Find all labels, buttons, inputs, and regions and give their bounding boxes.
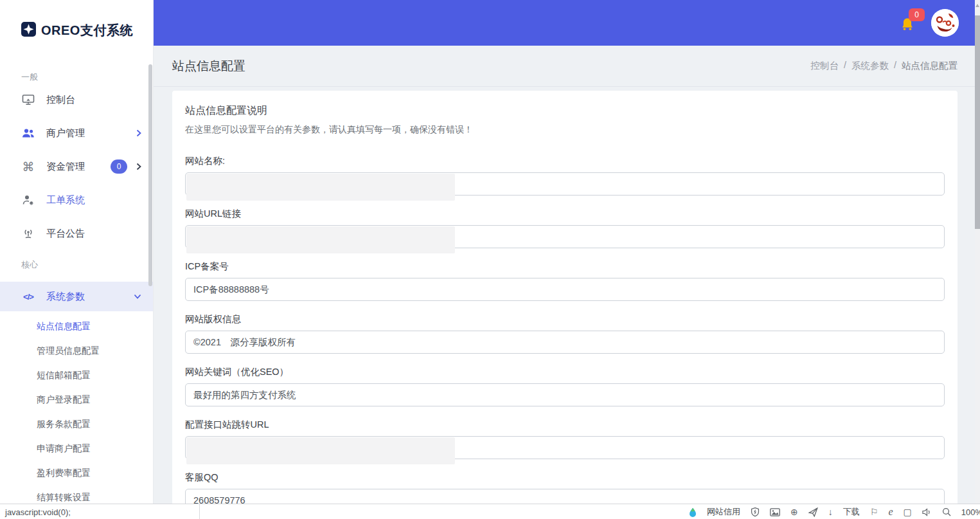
icp-number-input[interactable] [185, 278, 945, 301]
download-arrow-icon[interactable]: ↓ [828, 507, 833, 516]
browser-status-bar: javascript:void(0); 网站信用 ⊕ ↓ 下载 ⚐ e ▢ 10… [0, 504, 980, 519]
app-title: OREO支付系统 [41, 22, 133, 39]
copyright-input[interactable] [185, 331, 945, 354]
field-site-url: 网站URL链接 [185, 207, 945, 248]
field-keywords: 网站关键词（优化SEO） [185, 365, 945, 406]
sidebar-item-label: 商户管理 [46, 127, 85, 140]
flag-icon[interactable]: ⚐ [870, 507, 878, 516]
sidebar: OREO支付系统 一般 控制台 商户管理 ⌘ 资金管理 0 工单系统 [0, 0, 153, 504]
field-site-name: 网站名称: [185, 154, 945, 196]
sidebar-scrollbar-thumb[interactable] [148, 64, 152, 286]
funds-count-badge: 0 [111, 159, 127, 174]
logo-sparkle-icon [21, 22, 36, 39]
submenu-item-admin-info[interactable]: 管理员信息配置 [0, 339, 153, 363]
browser-toolbar: 网站信用 ⊕ ↓ 下载 ⚐ e ▢ 100% [689, 504, 980, 519]
page-title: 站点信息配置 [172, 58, 245, 75]
chevron-down-icon [134, 294, 141, 299]
field-label: 客服QQ [185, 471, 945, 484]
sidebar-item-merchants[interactable]: 商户管理 [0, 116, 153, 150]
submenu-item-sms-email[interactable]: 短信邮箱配置 [0, 363, 153, 388]
sidebar-item-label: 平台公告 [46, 228, 85, 240]
submenu-item-profit-rate[interactable]: 盈利费率配置 [0, 461, 153, 486]
submenu-item-merchant-login[interactable]: 商户登录配置 [0, 388, 153, 412]
field-label: 网站名称: [185, 154, 945, 167]
seo-keywords-input[interactable] [185, 383, 945, 406]
speaker-icon[interactable] [922, 508, 932, 516]
chevron-right-icon [136, 163, 141, 170]
api-redirect-url-input[interactable] [185, 436, 945, 459]
field-label: ICP备案号 [185, 260, 945, 273]
field-api-redirect-url: 配置接口站跳转URL [185, 418, 945, 459]
sidebar-section-core: 核心 [21, 259, 153, 271]
broadcast-icon [21, 228, 35, 239]
sidebar-item-label: 系统参数 [46, 291, 85, 303]
submenu-item-merchant-apply[interactable]: 申请商户配置 [0, 437, 153, 461]
sidebar-item-label: 资金管理 [46, 161, 85, 173]
submenu-item-terms[interactable]: 服务条款配置 [0, 412, 153, 437]
app-logo[interactable]: OREO支付系统 [0, 0, 153, 39]
users-icon [21, 128, 35, 138]
system-params-submenu: 站点信息配置 管理员信息配置 短信邮箱配置 商户登录配置 服务条款配置 申请商户… [0, 311, 153, 510]
sidebar-item-announcements[interactable]: 平台公告 [0, 217, 153, 250]
sidebar-item-label: 控制台 [46, 94, 75, 106]
field-icp: ICP备案号 [185, 260, 945, 301]
water-drop-icon[interactable] [689, 507, 697, 517]
page-scrollbar[interactable] [975, 0, 980, 504]
page-scrollbar-thumb[interactable] [975, 15, 980, 229]
window-layout-icon[interactable]: ▢ [904, 507, 912, 516]
sidebar-item-funds[interactable]: ⌘ 资金管理 0 [0, 150, 153, 183]
main-content: 站点信息配置 控制台 / 系统参数 / 站点信息配置 站点信息配置说明 在这里您… [153, 46, 975, 504]
field-label: 网站版权信息 [185, 313, 945, 325]
scrollbar-up-arrow[interactable] [976, 4, 979, 7]
search-icon[interactable] [942, 507, 951, 516]
link-preview: javascript:void(0); [0, 504, 200, 519]
download-label[interactable]: 下载 [843, 506, 860, 518]
breadcrumb: 控制台 / 系统参数 / 站点信息配置 [810, 60, 958, 72]
breadcrumb-item-dashboard[interactable]: 控制台 [810, 60, 839, 72]
card-heading: 站点信息配置说明 [185, 105, 945, 116]
rocket-icon[interactable] [808, 507, 818, 517]
breadcrumb-separator: / [844, 60, 846, 72]
card-description: 在这里您可以设置平台的有关参数，请认真填写每一项，确保没有错误！ [185, 124, 945, 135]
field-label: 配置接口站跳转URL [185, 418, 945, 431]
service-qq-input[interactable] [185, 489, 945, 504]
speed-gauge-icon[interactable]: ⊕ [790, 507, 798, 516]
shield-icon[interactable] [751, 507, 760, 517]
user-avatar[interactable] [931, 9, 959, 37]
field-copyright: 网站版权信息 [185, 313, 945, 354]
breadcrumb-item-site-info: 站点信息配置 [902, 60, 958, 72]
sidebar-section-general: 一般 [21, 71, 153, 83]
site-name-input[interactable] [185, 172, 945, 196]
breadcrumb-separator: / [894, 60, 896, 72]
sidebar-item-label: 工单系统 [46, 194, 85, 206]
field-service-qq: 客服QQ [185, 471, 945, 504]
ie-mode-icon[interactable]: e [888, 506, 893, 518]
code-icon: </> [21, 292, 35, 302]
monitor-icon [21, 94, 35, 105]
command-icon: ⌘ [21, 161, 35, 173]
site-url-input[interactable] [185, 225, 945, 248]
site-credit-label[interactable]: 网站信用 [707, 506, 740, 518]
zoom-level[interactable]: 100% [961, 507, 980, 517]
field-label: 网站关键词（优化SEO） [185, 365, 945, 378]
submenu-item-site-info[interactable]: 站点信息配置 [0, 314, 153, 339]
site-config-card: 站点信息配置说明 在这里您可以设置平台的有关参数，请认真填写每一项，确保没有错误… [172, 91, 958, 504]
picture-icon[interactable] [770, 508, 780, 516]
notification-count-badge: 0 [909, 8, 925, 21]
page-header: 站点信息配置 控制台 / 系统参数 / 站点信息配置 [153, 46, 975, 87]
user-gear-icon [21, 194, 35, 206]
sidebar-item-dashboard[interactable]: 控制台 [0, 83, 153, 116]
breadcrumb-item-system-params[interactable]: 系统参数 [851, 60, 889, 72]
top-navbar: 0 [153, 0, 975, 46]
sidebar-item-system-params[interactable]: </> 系统参数 [0, 282, 153, 311]
chevron-right-icon [136, 129, 141, 137]
field-label: 网站URL链接 [185, 207, 945, 220]
sidebar-item-tickets[interactable]: 工单系统 [0, 183, 153, 217]
